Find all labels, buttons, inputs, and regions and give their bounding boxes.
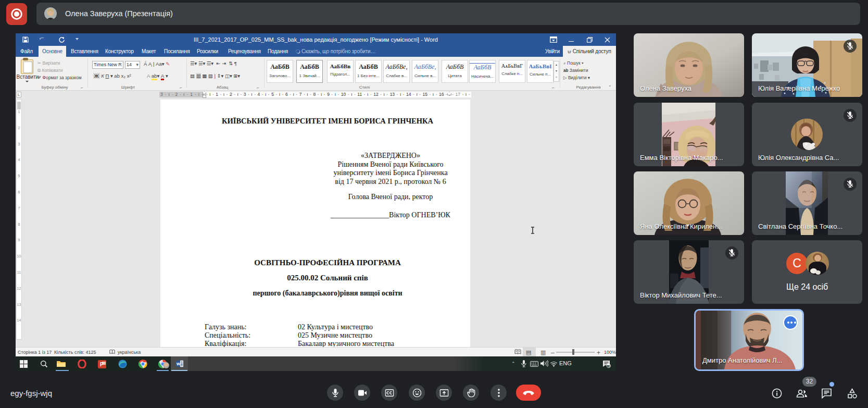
svg-text:3: 3 (608, 364, 610, 367)
svg-text:P: P (100, 362, 104, 367)
svg-text:W: W (177, 362, 181, 366)
